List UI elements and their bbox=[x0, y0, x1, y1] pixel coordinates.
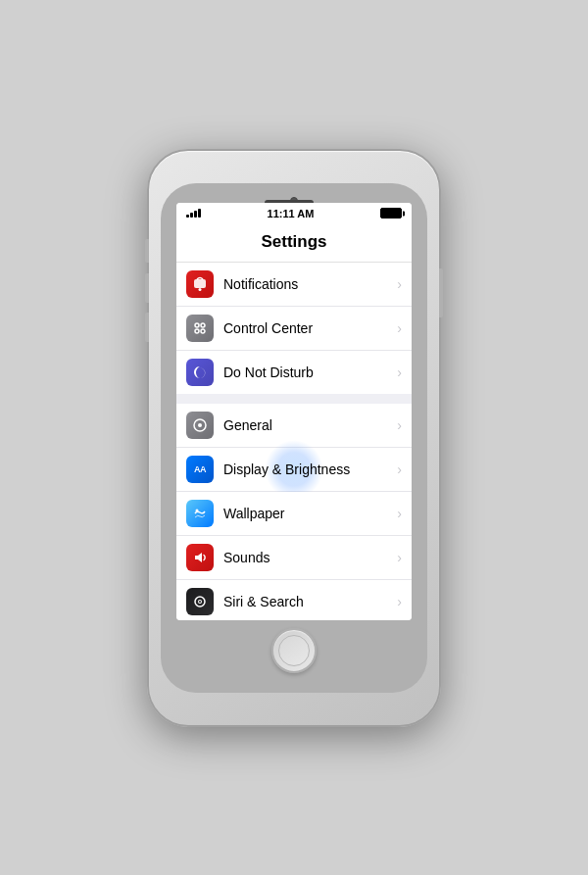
chevron-icon: › bbox=[397, 417, 402, 433]
svg-marker-9 bbox=[195, 553, 202, 562]
signal-icon bbox=[186, 209, 201, 218]
volume-up-button bbox=[145, 273, 149, 303]
power-button bbox=[439, 268, 443, 317]
mute-button bbox=[145, 239, 149, 263]
chevron-icon: › bbox=[397, 320, 402, 336]
svg-point-12 bbox=[199, 601, 201, 603]
settings-item-sounds[interactable]: Sounds › bbox=[176, 536, 412, 580]
settings-item-notifications[interactable]: Notifications › bbox=[176, 263, 412, 307]
settings-item-display-brightness[interactable]: AA Display & Brightness › bbox=[176, 448, 412, 492]
sounds-icon bbox=[186, 544, 214, 571]
notifications-label: Notifications bbox=[223, 276, 392, 292]
phone-device: 11:11 AM Settings bbox=[147, 149, 441, 727]
svg-point-8 bbox=[196, 509, 199, 511]
signal-bar-4 bbox=[198, 209, 201, 218]
page-title: Settings bbox=[176, 224, 412, 263]
settings-item-control-center[interactable]: Control Center › bbox=[176, 307, 412, 351]
home-button[interactable] bbox=[271, 628, 317, 673]
phone-body: 11:11 AM Settings bbox=[161, 183, 427, 693]
svg-point-2 bbox=[195, 323, 199, 327]
siri-icon bbox=[186, 588, 214, 615]
status-bar: 11:11 AM bbox=[176, 203, 412, 224]
general-label: General bbox=[223, 417, 392, 433]
settings-item-wallpaper[interactable]: Wallpaper › bbox=[176, 492, 412, 536]
control-center-icon bbox=[186, 315, 214, 342]
siri-label: Siri & Search bbox=[223, 594, 392, 609]
volume-down-button bbox=[145, 313, 149, 342]
svg-point-3 bbox=[201, 323, 205, 327]
home-button-inner bbox=[278, 635, 310, 666]
chevron-icon: › bbox=[397, 594, 402, 609]
battery-icon bbox=[380, 208, 402, 219]
svg-point-4 bbox=[195, 329, 199, 333]
display-icon: AA bbox=[186, 456, 214, 483]
display-brightness-label: Display & Brightness bbox=[223, 462, 392, 477]
settings-item-general[interactable]: General › bbox=[176, 404, 412, 448]
svg-point-5 bbox=[201, 329, 205, 333]
svg-rect-0 bbox=[194, 279, 206, 288]
section-display: General › AA Display & Brightness › bbox=[176, 404, 412, 620]
wallpaper-icon bbox=[186, 500, 214, 527]
settings-list: Notifications › Control Center bbox=[176, 263, 412, 620]
chevron-icon: › bbox=[397, 462, 402, 477]
dnd-icon bbox=[186, 359, 214, 386]
svg-point-1 bbox=[199, 288, 202, 291]
section-divider bbox=[176, 394, 412, 404]
signal-bar-2 bbox=[190, 213, 193, 218]
battery-indicator bbox=[380, 208, 402, 219]
chevron-icon: › bbox=[397, 506, 402, 521]
section-notifications: Notifications › Control Center bbox=[176, 263, 412, 394]
chevron-icon: › bbox=[397, 276, 402, 292]
svg-point-7 bbox=[198, 423, 202, 427]
signal-bar-3 bbox=[194, 211, 197, 218]
control-center-label: Control Center bbox=[223, 320, 392, 336]
phone-screen: 11:11 AM Settings bbox=[176, 203, 412, 620]
notifications-icon bbox=[186, 270, 214, 298]
settings-item-siri[interactable]: Siri & Search › bbox=[176, 580, 412, 620]
signal-bar-1 bbox=[186, 215, 189, 218]
sounds-label: Sounds bbox=[223, 550, 392, 565]
chevron-icon: › bbox=[397, 365, 402, 380]
status-time: 11:11 AM bbox=[268, 208, 315, 219]
settings-item-do-not-disturb[interactable]: Do Not Disturb › bbox=[176, 351, 412, 394]
chevron-icon: › bbox=[397, 550, 402, 565]
wallpaper-label: Wallpaper bbox=[223, 506, 392, 521]
general-icon bbox=[186, 412, 214, 439]
dnd-label: Do Not Disturb bbox=[223, 365, 392, 380]
